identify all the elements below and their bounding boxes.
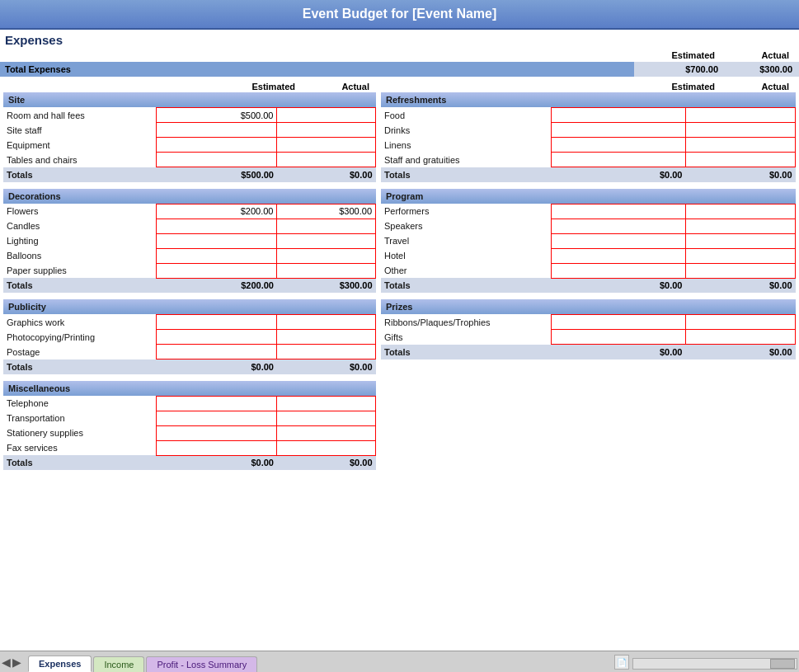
- tab-income[interactable]: Income: [93, 656, 144, 672]
- prizes-totals-row: Totals $0.00 $0.00: [381, 345, 796, 359]
- program-section: Program Performers Speakers Travel: [381, 189, 796, 294]
- table-row: Tables and chairs: [3, 153, 376, 167]
- publicity-section: Publicity Graphics work Photocopying/Pri…: [3, 299, 376, 374]
- table-row: Balloons: [3, 248, 376, 263]
- total-expenses-actual: $300.00: [725, 62, 799, 77]
- table-row: Room and hall fees $500.00: [3, 108, 376, 123]
- table-row: Candles: [3, 219, 376, 233]
- program-header: Program: [381, 189, 796, 204]
- refreshments-header: Refreshments: [381, 92, 796, 107]
- site-header: Site: [3, 92, 376, 107]
- tab-profit-loss[interactable]: Profit - Loss Summary: [146, 656, 257, 672]
- table-row: Food: [381, 108, 796, 123]
- decorations-header: Decorations: [3, 189, 376, 204]
- site-actual-col-header: Actual: [302, 82, 376, 92]
- table-row: Lighting: [3, 233, 376, 248]
- expenses-section-label: Expenses: [0, 30, 799, 50]
- page-title: Event Budget for [Event Name]: [0, 0, 799, 30]
- miscellaneous-header: Miscellaneous: [3, 381, 376, 396]
- site-table: Room and hall fees $500.00 Site staff Eq…: [3, 107, 376, 182]
- table-row: Linens: [381, 138, 796, 153]
- horizontal-scrollbar[interactable]: [632, 658, 797, 670]
- total-expenses-estimated: $700.00: [634, 62, 725, 77]
- sheet-nav-icon[interactable]: 📄: [614, 655, 629, 670]
- miscellaneous-section: Miscellaneous Telephone Transportation S…: [3, 381, 376, 471]
- site-totals-row: Totals $500.00 $0.00: [3, 167, 376, 182]
- table-row: Paper supplies: [3, 263, 376, 278]
- prizes-header: Prizes: [381, 299, 796, 314]
- publicity-header: Publicity: [3, 299, 376, 314]
- table-row: Hotel: [381, 248, 796, 263]
- table-row: Site staff: [3, 123, 376, 138]
- table-row: Other: [381, 263, 796, 278]
- decorations-totals-row: Totals $200.00 $300.00: [3, 278, 376, 293]
- table-row: Travel: [381, 233, 796, 248]
- prizes-table: Ribbons/Plaques/Trophies Gifts Totals $0…: [381, 314, 796, 359]
- table-row: Flowers $200.00 $300.00: [3, 204, 376, 219]
- table-row: Graphics work: [3, 315, 376, 330]
- table-row: Gifts: [381, 330, 796, 345]
- publicity-totals-row: Totals $0.00 $0.00: [3, 359, 376, 374]
- tab-expenses[interactable]: Expenses: [28, 656, 92, 672]
- global-estimated-header: Estimated: [631, 50, 721, 60]
- site-section: Estimated Actual Site Room and hall fees…: [3, 82, 376, 182]
- publicity-table: Graphics work Photocopying/Printing Post…: [3, 314, 376, 374]
- table-row: Staff and gratuities: [381, 153, 796, 167]
- site-estimated-col-header: Estimated: [211, 82, 302, 92]
- table-row: Postage: [3, 345, 376, 359]
- refreshments-totals-row: Totals $0.00 $0.00: [381, 167, 796, 182]
- table-row: Transportation: [3, 411, 376, 425]
- program-totals-row: Totals $0.00 $0.00: [381, 278, 796, 293]
- global-actual-header: Actual: [721, 50, 796, 60]
- prizes-section: Prizes Ribbons/Plaques/Trophies Gifts To…: [381, 299, 796, 359]
- table-row: Ribbons/Plaques/Trophies: [381, 315, 796, 330]
- refreshments-estimated-col-header: Estimated: [631, 82, 721, 92]
- table-row: Fax services: [3, 440, 376, 455]
- nav-prev-icon[interactable]: ◀: [2, 656, 11, 669]
- table-row: Stationery supplies: [3, 425, 376, 440]
- table-row: Photocopying/Printing: [3, 330, 376, 345]
- refreshments-section: Estimated Actual Refreshments Food Drink…: [381, 82, 796, 182]
- miscellaneous-table: Telephone Transportation Stationery supp…: [3, 396, 376, 471]
- miscellaneous-totals-row: Totals $0.00 $0.00: [3, 455, 376, 470]
- decorations-table: Flowers $200.00 $300.00 Candles Lighting…: [3, 204, 376, 294]
- decorations-section: Decorations Flowers $200.00 $300.00 Cand…: [3, 189, 376, 294]
- total-expenses-label: Total Expenses: [0, 62, 634, 77]
- table-row: Drinks: [381, 123, 796, 138]
- table-row: Speakers: [381, 219, 796, 233]
- refreshments-table: Food Drinks Linens Staff and gratuities: [381, 107, 796, 182]
- table-row: Equipment: [3, 138, 376, 153]
- table-row: Telephone: [3, 396, 376, 411]
- program-table: Performers Speakers Travel Hotel: [381, 204, 796, 294]
- refreshments-actual-col-header: Actual: [721, 82, 796, 92]
- nav-next-icon[interactable]: ▶: [12, 656, 21, 669]
- table-row: Performers: [381, 204, 796, 219]
